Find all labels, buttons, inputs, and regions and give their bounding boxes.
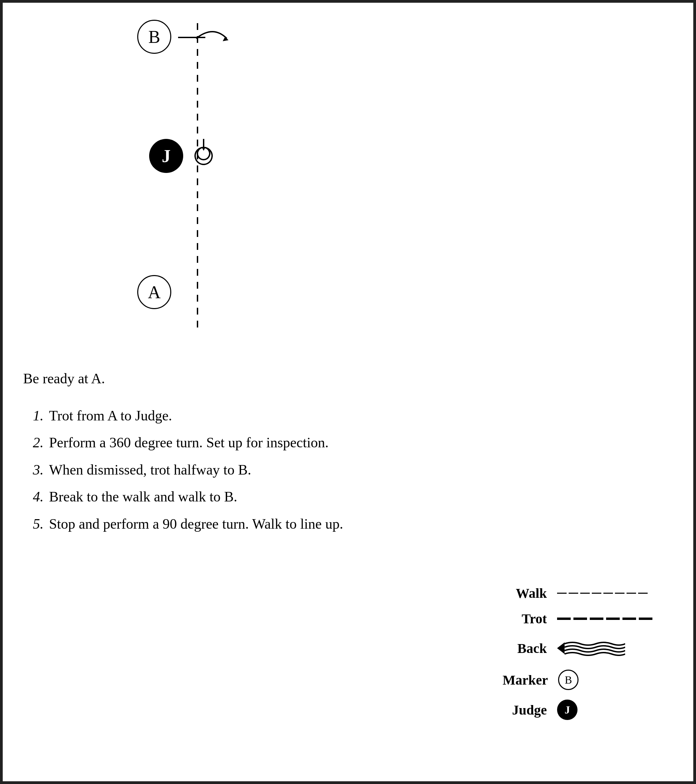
legend-trot-row: Trot: [503, 611, 652, 627]
instruction-list: 1. Trot from A to Judge. 2. Perform a 36…: [23, 404, 673, 536]
judge-marker: J: [149, 139, 183, 173]
legend-judge-label: Judge: [503, 702, 547, 718]
walk-dash: [615, 593, 625, 594]
legend-trot-label: Trot: [503, 611, 547, 627]
legend-marker-b-symbol: B: [558, 670, 579, 690]
trot-dash: [622, 618, 636, 620]
trot-dash: [557, 618, 571, 620]
list-text: Perform a 360 degree turn. Set up for in…: [49, 431, 328, 455]
legend-judge-row: Judge J: [503, 700, 652, 720]
back-symbol: [557, 636, 625, 660]
list-num: 4.: [23, 485, 44, 509]
diagram-area: B A J: [3, 3, 693, 411]
legend-judge-j-text: J: [564, 704, 570, 716]
walk-dash: [604, 593, 613, 594]
trot-dash: [606, 618, 620, 620]
marker-b: B: [137, 20, 171, 54]
marker-a-label: A: [148, 282, 161, 302]
walk-line-symbol: [557, 593, 648, 594]
legend-walk-label: Walk: [503, 585, 547, 601]
list-item: 5. Stop and perform a 90 degree turn. Wa…: [23, 512, 673, 536]
legend-back-row: Back: [503, 636, 652, 660]
walk-dash: [627, 593, 636, 594]
list-text: Trot from A to Judge.: [49, 404, 172, 428]
marker-b-label: B: [148, 27, 160, 47]
list-text: Stop and perform a 90 degree turn. Walk …: [49, 512, 343, 536]
legend-back-label: Back: [503, 640, 547, 656]
svg-marker-1: [202, 147, 205, 151]
intro-text: Be ready at A.: [23, 371, 673, 387]
trot-dash: [590, 618, 604, 620]
svg-marker-0: [223, 37, 228, 41]
legend-section: Walk Trot Back: [503, 585, 652, 720]
list-num: 1.: [23, 404, 44, 428]
instructions-section: Be ready at A. 1. Trot from A to Judge. …: [23, 371, 673, 539]
list-item: 2. Perform a 360 degree turn. Set up for…: [23, 431, 673, 455]
list-num: 3.: [23, 458, 44, 482]
legend-marker-b-text: B: [565, 674, 572, 686]
trot-dash: [639, 618, 652, 620]
trot-line-symbol: [557, 618, 652, 620]
list-text: Break to the walk and walk to B.: [49, 485, 237, 509]
legend-walk-row: Walk: [503, 585, 652, 601]
walk-dash: [580, 593, 590, 594]
walk-dash: [592, 593, 601, 594]
list-text: When dismissed, trot halfway to B.: [49, 458, 251, 482]
marker-a: A: [137, 275, 171, 309]
walk-dash: [557, 593, 567, 594]
legend-marker-row: Marker B: [503, 670, 652, 690]
list-num: 2.: [23, 431, 44, 455]
list-num: 5.: [23, 512, 44, 536]
legend-marker-label: Marker: [503, 672, 548, 688]
turn-arrow-top: [193, 21, 234, 57]
list-item: 1. Trot from A to Judge.: [23, 404, 673, 428]
list-item: 4. Break to the walk and walk to B.: [23, 485, 673, 509]
turn-spiral: [183, 135, 224, 178]
legend-judge-j-symbol: J: [557, 700, 577, 720]
walk-dash: [638, 593, 648, 594]
trot-dash: [574, 618, 587, 620]
walk-dash: [569, 593, 578, 594]
judge-label: J: [162, 146, 171, 166]
svg-marker-2: [557, 642, 564, 654]
list-item: 3. When dismissed, trot halfway to B.: [23, 458, 673, 482]
